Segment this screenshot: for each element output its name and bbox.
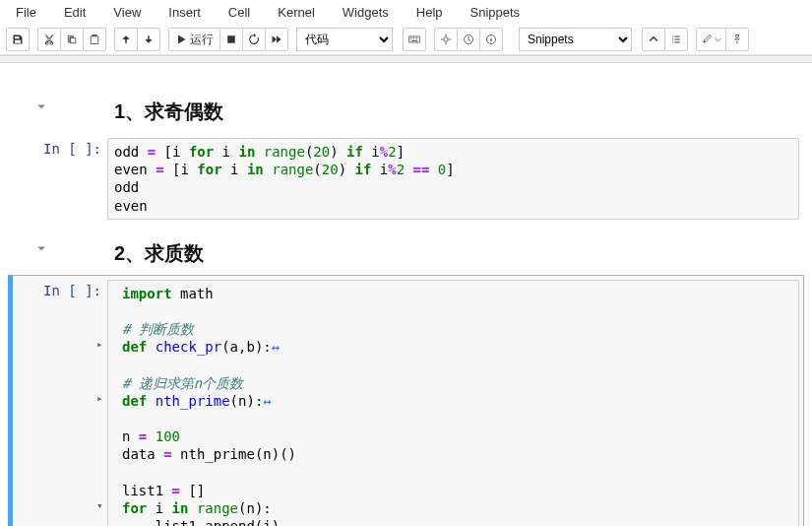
fold-ellipsis-icon[interactable]: ↔ [263,393,271,409]
command-palette-button[interactable] [403,28,426,51]
chevron-down-icon [35,100,47,112]
in-prompt: In [ ]: [43,141,101,220]
arrow-up-icon [120,33,132,45]
code-input-1[interactable]: odd = [i for i in range(20) if i%2] even… [107,138,799,220]
target-icon [440,33,452,45]
divider-strip [0,55,812,63]
pin-icon [731,33,743,45]
run-all-button[interactable] [265,28,288,51]
cut-icon [43,33,55,45]
goto-top-button[interactable] [642,28,665,51]
menu-kernel[interactable]: Kernel [268,2,333,23]
fold-marker[interactable]: ▸ [96,338,103,352]
play-icon [175,33,187,45]
info-button[interactable] [479,28,503,51]
fast-forward-icon [271,33,282,45]
menu-cell[interactable]: Cell [219,2,268,23]
format-button[interactable] [696,28,726,51]
code-input-2[interactable]: import math # 判断质数 ▸def check_pr(a,b):↔ … [107,280,799,526]
run-label: 运行 [190,32,214,48]
pin-button[interactable] [725,28,749,51]
toc-button[interactable] [664,28,688,51]
menu-help[interactable]: Help [406,2,461,23]
heading-1: 1、求奇偶数 [114,99,800,125]
heading-2: 2、求质数 [114,240,800,267]
fold-ellipsis-icon[interactable]: ↔ [272,339,280,355]
markdown-cell-2[interactable]: 2、求质数 [8,225,804,275]
menu-file[interactable]: File [6,2,54,23]
menu-edit[interactable]: Edit [54,2,103,23]
copy-icon [66,33,78,45]
info-icon [485,33,497,45]
timeit-button[interactable] [457,28,480,51]
svg-point-2 [444,37,449,42]
arrow-down-icon [143,33,155,45]
copy-button[interactable] [60,28,84,51]
cell-type-select[interactable]: 代码 [296,28,393,51]
move-down-button[interactable] [137,28,160,51]
stop-icon [225,33,237,45]
list-icon [670,33,682,45]
menu-insert[interactable]: Insert [158,2,219,23]
svg-rect-0 [227,35,235,43]
brush-icon [701,33,713,45]
menu-view[interactable]: View [103,2,158,23]
chevron-up-icon [648,33,659,45]
variable-inspector-button[interactable] [434,28,458,51]
paste-button[interactable] [83,28,106,51]
collapse-toggle[interactable] [35,242,49,256]
menu-widgets[interactable]: Widgets [333,2,406,23]
keyboard-icon [408,33,420,45]
run-button[interactable]: 运行 [168,28,220,51]
caret-down-icon [715,36,721,43]
save-icon [12,33,24,45]
menubar: File Edit View Insert Cell Kernel Widget… [0,0,812,25]
chevron-down-icon [35,242,47,254]
toolbar: 运行 代码 Snippets [0,25,812,55]
stop-button[interactable] [219,28,243,51]
move-up-button[interactable] [114,28,138,51]
snippets-select[interactable]: Snippets [519,28,632,51]
fold-marker-open[interactable]: ▾ [96,499,103,513]
save-button[interactable] [6,28,30,51]
in-prompt: In [ ]: [43,283,101,526]
code-cell-2[interactable]: In [ ]: import math # 判断质数 ▸def check_pr… [8,275,804,526]
paste-icon [89,33,100,45]
cut-button[interactable] [37,28,61,51]
menu-snippets[interactable]: Snippets [461,2,538,23]
clock-icon [463,33,474,45]
fold-marker[interactable]: ▸ [96,392,103,406]
notebook-container: 1、求奇偶数 In [ ]: odd = [i for i in range(2… [0,63,812,526]
restart-button[interactable] [242,28,266,51]
code-cell-1[interactable]: In [ ]: odd = [i for i in range(20) if i… [8,133,804,225]
markdown-cell-1[interactable]: 1、求奇偶数 [8,83,804,133]
collapse-toggle[interactable] [35,100,49,114]
restart-icon [248,33,260,45]
